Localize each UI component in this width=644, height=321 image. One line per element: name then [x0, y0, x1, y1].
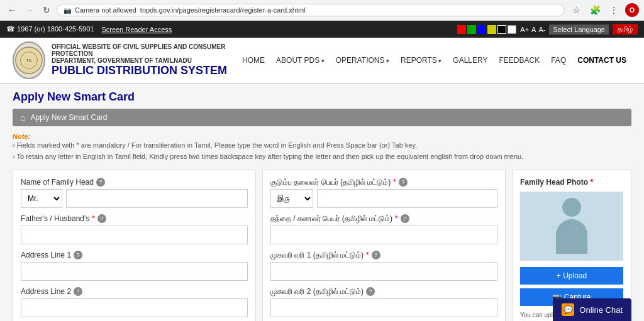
- tamil-addr1-group: முகவரி வரி 1 (தமிழில் மட்டும்) * ?: [270, 251, 497, 281]
- silhouette-head: [562, 198, 581, 217]
- screen-reader-link[interactable]: Screen Reader Access: [101, 26, 172, 33]
- chat-icon: 💬: [562, 303, 574, 316]
- dept-line1: OFFICIAL WEBSITE OF CIVIL SUPPLIES AND C…: [52, 43, 237, 57]
- upload-button[interactable]: + Upload: [520, 267, 623, 285]
- address-bar[interactable]: 📷 Camera not allowed tnpds.gov.in/pages/…: [57, 4, 565, 16]
- tamil-button[interactable]: தமிழ்: [613, 24, 638, 35]
- color-box-yellow[interactable]: [487, 25, 496, 34]
- person-silhouette: [553, 198, 591, 254]
- tamil-addr2-label: முகவரி வரி 2 (தமிழில் மட்டும்) ?: [270, 287, 497, 296]
- note-section: Note: › Fields marked with * are mandato…: [13, 133, 631, 162]
- name-help-icon[interactable]: ?: [96, 178, 105, 187]
- top-bar-right: A+ A A- Select Language தமிழ்: [457, 24, 638, 35]
- nav-about-pds[interactable]: ABOUT PDS: [271, 53, 330, 67]
- address-line2-group: Address Line 2 ?: [21, 287, 248, 317]
- form-left: Name of Family Head ? Mr. Mrs. Ms.: [13, 170, 256, 321]
- reload-button[interactable]: ↻: [40, 4, 53, 16]
- extension-button[interactable]: 🧩: [587, 3, 602, 18]
- svg-text:TN: TN: [26, 58, 32, 63]
- online-chat-widget[interactable]: 💬 Online Chat: [553, 298, 631, 321]
- tamil-prefix-select[interactable]: இரு திரு செல்வி: [270, 189, 313, 208]
- main-nav: HOME ABOUT PDS OPERATIONS REPORTS GALLER…: [237, 53, 631, 67]
- address-line2-label: Address Line 2 ?: [21, 287, 248, 296]
- logo-area: TN OFFICIAL WEBSITE OF CIVIL SUPPLIES AN…: [13, 41, 237, 79]
- font-increase-btn[interactable]: A+: [520, 26, 529, 33]
- back-button[interactable]: ←: [5, 4, 19, 16]
- silhouette-body: [556, 219, 587, 254]
- bookmark-button[interactable]: ☆: [569, 3, 584, 18]
- nav-gallery[interactable]: GALLERY: [448, 53, 492, 67]
- url-text: tnpds.gov.in/pages/registeracard/registe…: [140, 6, 306, 14]
- addr2-help-icon[interactable]: ?: [74, 287, 82, 296]
- nav-contact-us[interactable]: CONTACT US: [572, 53, 631, 67]
- tamil-father-group: தந்தை / கணவர் பெயர் (தமிழில் மட்டும்) * …: [270, 214, 497, 244]
- address-line1-group: Address Line 1 ?: [21, 251, 248, 281]
- address-line2-input[interactable]: [21, 298, 248, 317]
- font-size-controls: A+ A A-: [520, 26, 545, 33]
- tamil-name-input[interactable]: [317, 189, 497, 208]
- form-area: Name of Family Head ? Mr. Mrs. Ms.: [13, 170, 631, 321]
- home-icon: ⌂: [20, 112, 25, 122]
- select-language-button[interactable]: Select Language: [549, 24, 609, 35]
- phone-number: ☎ 1967 (or) 1800-425-5901: [6, 25, 94, 33]
- tamil-addr2-help-icon[interactable]: ?: [366, 287, 375, 296]
- font-normal-btn[interactable]: A: [531, 26, 536, 33]
- camera-notice-text: Camera not allowed: [75, 6, 136, 14]
- tamil-name-label: குடும்ப தலைவர் பெயர் (தமிழில் மட்டும்) *…: [270, 178, 497, 187]
- name-family-head-group: Name of Family Head ? Mr. Mrs. Ms.: [21, 178, 248, 208]
- form-section-right: குடும்ப தலைவர் பெயர் (தமிழில் மட்டும்) *…: [262, 170, 506, 321]
- tamil-name-row: இரு திரு செல்வி: [270, 189, 497, 208]
- name-family-head-input[interactable]: [66, 189, 248, 208]
- form-right: குடும்ப தலைவர் பெயர் (தமிழில் மட்டும்) *…: [262, 170, 506, 321]
- menu-button[interactable]: ⋮: [606, 3, 621, 18]
- title-select[interactable]: Mr. Mrs. Ms.: [21, 189, 62, 208]
- online-chat-label: Online Chat: [579, 305, 623, 315]
- form-section-left: Name of Family Head ? Mr. Mrs. Ms.: [13, 170, 256, 321]
- page-title: Apply New Smart Card: [13, 90, 631, 104]
- color-box-blue[interactable]: [477, 25, 486, 34]
- tamil-addr2-input[interactable]: [270, 298, 497, 317]
- address-line1-label: Address Line 1 ?: [21, 251, 248, 259]
- tamil-name-help-icon[interactable]: ?: [399, 178, 408, 187]
- name-family-head-label: Name of Family Head ?: [21, 178, 248, 187]
- logo-emblem: TN: [13, 41, 45, 79]
- nav-home[interactable]: HOME: [237, 53, 270, 67]
- nav-feedback[interactable]: FEEDBACK: [494, 53, 545, 67]
- browser-icons: ☆ 🧩 ⋮ O: [569, 3, 639, 18]
- father-help-icon[interactable]: ?: [97, 214, 106, 223]
- font-decrease-btn[interactable]: A-: [538, 26, 545, 33]
- tamil-addr1-help-icon[interactable]: ?: [372, 251, 380, 259]
- nav-faq[interactable]: FAQ: [546, 53, 571, 67]
- color-box-black[interactable]: [497, 25, 506, 34]
- tamil-addr1-label: முகவரி வரி 1 (தமிழில் மட்டும்) * ?: [270, 251, 497, 259]
- dept-line2: DEPARTMENT, GOVERNMENT OF TAMILNADU: [52, 57, 237, 64]
- tamil-father-input[interactable]: [270, 226, 497, 244]
- note-line1: › Fields marked with * are mandatory / F…: [13, 140, 631, 151]
- tamil-father-label: தந்தை / கணவர் பெயர் (தமிழில் மட்டும்) * …: [270, 214, 497, 223]
- address-line1-input[interactable]: [21, 262, 248, 281]
- nav-operations[interactable]: OPERATIONS: [331, 53, 394, 67]
- top-bar-left: ☎ 1967 (or) 1800-425-5901 Screen Reader …: [6, 25, 172, 33]
- forward-button[interactable]: →: [23, 4, 36, 16]
- addr1-help-icon[interactable]: ?: [74, 251, 82, 259]
- tamil-name-group: குடும்ப தலைவர் பெயர் (தமிழில் மட்டும்) *…: [270, 178, 497, 208]
- photo-title: Family Head Photo *: [520, 178, 623, 187]
- nav-reports[interactable]: REPORTS: [396, 53, 447, 67]
- color-box-green[interactable]: [467, 25, 476, 34]
- name-family-head-row: Mr. Mrs. Ms.: [21, 189, 248, 208]
- color-boxes: [457, 25, 516, 34]
- tamil-father-help-icon[interactable]: ?: [401, 214, 409, 223]
- profile-button[interactable]: O: [625, 3, 639, 17]
- note-label: Note:: [13, 133, 30, 140]
- breadcrumb: ⌂ Apply New Smart Card: [13, 109, 631, 126]
- color-box-white[interactable]: [508, 25, 516, 34]
- tamil-addr2-group: முகவரி வரி 2 (தமிழில் மட்டும்) ?: [270, 287, 497, 317]
- camera-notice-icon: 📷: [64, 7, 71, 14]
- color-box-red[interactable]: [457, 25, 466, 34]
- father-husband-input[interactable]: [21, 226, 248, 244]
- browser-bar: ← → ↻ 📷 Camera not allowed tnpds.gov.in/…: [0, 0, 644, 21]
- logo-text: OFFICIAL WEBSITE OF CIVIL SUPPLIES AND C…: [52, 43, 237, 77]
- father-husband-label: Father's / Husband's * ?: [21, 214, 248, 223]
- photo-placeholder: [520, 192, 623, 261]
- tamil-addr1-input[interactable]: [270, 262, 497, 281]
